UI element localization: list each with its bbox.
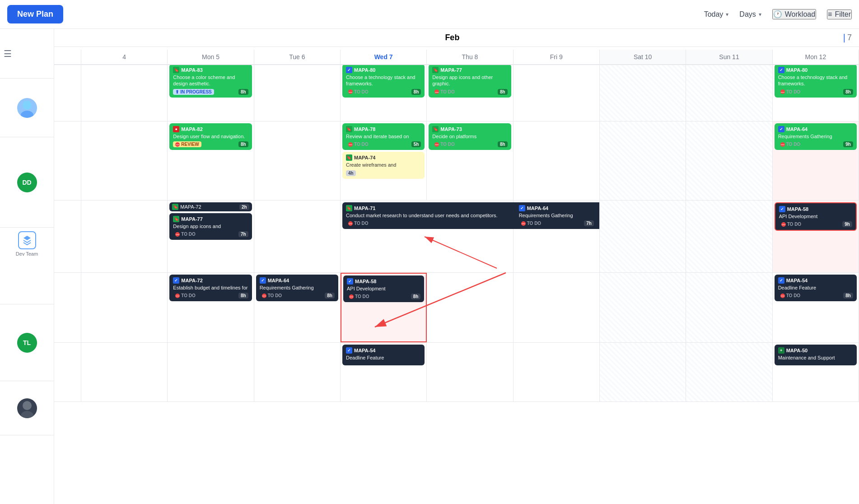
svg-point-0	[23, 101, 32, 110]
status-badge-todo: — TO DO	[778, 89, 803, 95]
bookmark-icon: 🔖	[346, 205, 352, 211]
days-chevron-icon: ▾	[759, 11, 761, 18]
task-mapa64-fri9[interactable]: ✓ MAPA-64 Requirements Gathering — TO DO…	[515, 202, 598, 229]
day-header-sat10: Sat 10	[600, 50, 686, 64]
new-plan-button[interactable]: New Plan	[7, 5, 63, 23]
task-mapa64-mon12[interactable]: ✓ MAPA-64 Requirements Gathering — TO DO…	[775, 123, 857, 150]
check-icon: ✓	[346, 347, 352, 354]
circle-icon: ●	[173, 126, 179, 132]
task-mapa64-tl-tue6[interactable]: ✓ MAPA-64 Requirements Gathering — TO DO…	[256, 275, 338, 301]
workload-button[interactable]: 🕐 Workload	[772, 9, 816, 19]
check-icon: ✓	[779, 206, 785, 212]
avatar-dd: DD	[17, 173, 37, 192]
day-header-mon5: Mon 5	[168, 50, 254, 64]
status-badge-review: — REVIEW	[173, 141, 201, 147]
calendar-row-devteam: 🔖 MAPA-72 2h 🔖 MAPA-77 Design app icons …	[54, 201, 859, 273]
calendar-row-user5: ✓ MAPA-54 Deadline Feature + MAPA-50	[54, 343, 859, 402]
check-icon: ✓	[778, 67, 784, 73]
filter-icon: ≡	[828, 10, 832, 19]
today-chevron-icon: ▾	[726, 11, 728, 18]
task-mapa50-user5[interactable]: + MAPA-50 Maintenance and Support	[775, 345, 857, 365]
check-icon: ✓	[346, 67, 352, 73]
calendar-row-tl: ✓ MAPA-72 Establish budget and timelines…	[54, 273, 859, 343]
check-icon: ✓	[347, 278, 353, 285]
day-header-wed7: Wed 7	[341, 50, 427, 64]
check-icon: ✓	[260, 277, 266, 284]
day-headers: 4 Mon 5 Tue 6 Wed 7 Thu 8 Fri 9 Sat 10 S…	[54, 50, 859, 65]
bookmark-icon: 🔖	[346, 154, 352, 161]
month-header: Feb | 7	[54, 29, 859, 47]
task-mapa54-user5[interactable]: ✓ MAPA-54 Deadline Feature	[342, 345, 425, 365]
task-mapa74[interactable]: 🔖 MAPA-74 Create wireframes and 4h	[342, 152, 425, 178]
task-mapa80-wed[interactable]: ✓ MAPA-80 Choose a technology stack and …	[342, 64, 425, 98]
bookmark-icon: 🔖	[173, 67, 179, 73]
days-button[interactable]: Days ▾	[739, 10, 761, 19]
task-mapa54-tl-mon12[interactable]: ✓ MAPA-54 Deadline Feature — TO DO 8h	[775, 275, 857, 301]
status-badge-todo: — TO DO	[432, 89, 457, 95]
day-header-sun11: Sun 11	[686, 50, 772, 64]
grid-wrapper: Feb | 7 4 Mon 5 Tue 6 Wed 7 Thu 8 Fri 9 …	[54, 29, 859, 504]
plus-icon: +	[778, 347, 784, 354]
sidebar-filter-header: ☰	[0, 29, 54, 79]
check-icon: ✓	[778, 277, 784, 284]
bookmark-icon: 🔖	[172, 204, 178, 210]
status-badge-todo: — TO DO	[346, 141, 370, 147]
task-mapa77-devteam[interactable]: 🔖 MAPA-77 Design app icons and — TO DO 7…	[169, 213, 252, 240]
bookmark-icon: 🔖	[346, 126, 352, 132]
today-indicator: | 7	[843, 33, 852, 43]
today-number: 7	[847, 33, 852, 42]
calendar-container: ☰ DD Dev Team TL	[0, 29, 859, 504]
day-header-mon12: Mon 12	[773, 50, 859, 64]
day-header-4: 4	[81, 50, 168, 64]
devteam-icon	[18, 231, 36, 249]
clock-icon: 🕐	[773, 10, 782, 19]
filter-lines-icon: ☰	[4, 48, 12, 59]
filter-button[interactable]: ≡ Filter	[827, 9, 852, 19]
task-mapa77-thu[interactable]: 🔖 MAPA-77 Design app icons and other gra…	[429, 64, 511, 98]
bookmark-icon: 🔖	[173, 216, 179, 222]
avatar-tl: TL	[17, 333, 37, 353]
bookmark-icon: 🔖	[432, 67, 439, 73]
devteam-label: Dev Team	[16, 251, 38, 257]
task-mapa83[interactable]: 🔖 MAPA-83 Choose a color scheme and desi…	[169, 64, 252, 98]
task-mapa78[interactable]: 🔖 MAPA-78 Review and iterate based on — …	[342, 123, 425, 150]
day-header-fri9: Fri 9	[514, 50, 600, 64]
task-mapa58-devteam-mon12[interactable]: ✓ MAPA-58 API Development — TO DO 9h	[775, 202, 857, 231]
today-button[interactable]: Today ▾	[704, 10, 729, 19]
bookmark-icon: 🔖	[432, 126, 439, 132]
check-icon: ✓	[173, 277, 179, 284]
calendar-row-dd: ● MAPA-82 Design user flow and navigatio…	[54, 121, 859, 201]
header-controls: Today ▾ Days ▾ 🕐 Workload ≡ Filter	[704, 9, 852, 19]
task-mapa72-mini[interactable]: 🔖 MAPA-72 2h	[169, 202, 252, 211]
svg-point-2	[23, 401, 32, 410]
header: New Plan Today ▾ Days ▾ 🕐 Workload ≡ Fil…	[0, 0, 859, 29]
sidebar-row-user5	[0, 381, 54, 435]
sidebar-row-devteam: Dev Team	[0, 228, 54, 304]
day-header-thu8: Thu 8	[427, 50, 513, 64]
task-mapa82[interactable]: ● MAPA-82 Design user flow and navigatio…	[169, 123, 252, 150]
sidebar-row-2: DD	[0, 137, 54, 228]
avatar-user1	[17, 98, 37, 118]
task-mapa80-mon12[interactable]: ✓ MAPA-80 Choose a technology stack and …	[775, 64, 857, 98]
avatar-user5	[17, 398, 37, 418]
task-mapa73[interactable]: 🔖 MAPA-73 Decide on platforms — TO DO 8h	[429, 123, 511, 150]
status-badge-todo: — TO DO	[346, 89, 370, 95]
svg-point-1	[21, 111, 33, 118]
task-mapa58-tl-wed7[interactable]: ✓ MAPA-58 API Development — TO DO 8h	[343, 275, 424, 302]
task-mapa72-tl[interactable]: ✓ MAPA-72 Establish budget and timelines…	[169, 275, 252, 301]
status-badge-inprogress: ⬆ IN PROGRESS	[173, 89, 214, 95]
calendar-row-1: 🔖 MAPA-83 Choose a color scheme and desi…	[54, 62, 859, 121]
svg-point-3	[21, 411, 33, 418]
day-header-tue6: Tue 6	[254, 50, 341, 64]
check-icon: ✓	[519, 205, 525, 211]
check-icon: ✓	[778, 126, 784, 132]
sidebar-row-tl: TL	[0, 304, 54, 381]
month-label: Feb	[61, 33, 843, 42]
left-sidebar: ☰ DD Dev Team TL	[0, 29, 54, 504]
sidebar-row-1	[0, 79, 54, 137]
